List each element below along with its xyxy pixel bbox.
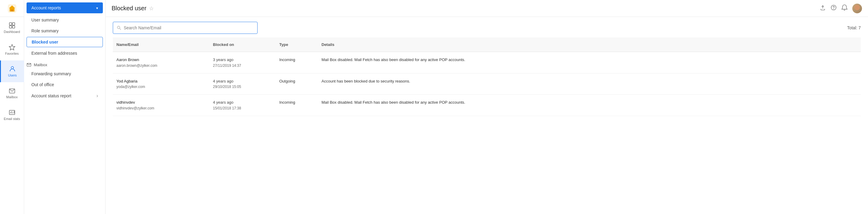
search-icon [117,25,121,30]
table-row: Yod Agbaria yoda@zylker.com 4 years ago … [113,74,861,95]
page-title-area: Blocked user ☆ [112,5,154,12]
table: Name/Email Blocked on Type Details Aaron… [113,37,861,116]
nav-item-dashboard[interactable]: Dashboard [0,17,24,39]
help-icon[interactable] [831,4,837,12]
nav-item-email-stats[interactable]: Email stats [0,104,24,126]
cell-name-email-1: Yod Agbaria yoda@zylker.com [113,75,209,93]
cell-name-email-2: vidhinvdev vidhinvdev@zylker.com [113,96,209,114]
table-row: Aaron Brown aaron.brown@zylker.com 3 yea… [113,52,861,74]
mailbox-icon [9,87,16,94]
cell-blocked-on-0: 3 years ago 27/11/2019 14:37 [209,53,276,72]
nav-item-favorites[interactable]: Favorites [0,39,24,60]
users-icon [9,65,16,72]
svg-rect-6 [12,26,15,28]
content-area: Total: 7 Name/Email Blocked on Type Deta… [105,17,868,214]
email-stats-icon [9,109,16,116]
svg-rect-2 [11,9,13,11]
cell-type-0: Incoming [276,53,318,66]
upload-icon[interactable] [820,4,826,12]
app-logo-icon [7,4,17,13]
table-row: vidhinvdev vidhinvdev@zylker.com 4 years… [113,95,861,116]
sidebar-item-account-status-report[interactable]: Account status report [24,90,105,102]
cell-details-2: Mail Box disabled. Mail Fetch has also b… [318,96,861,109]
page-title: Blocked user [112,5,147,12]
svg-marker-7 [9,45,15,50]
sidebar-item-blocked-user[interactable]: Blocked user [27,37,103,47]
sidebar: Account reports User summary Role summar… [24,0,105,214]
col-header-type: Type [276,41,318,49]
chevron-down-icon [96,5,98,10]
app-logo [0,0,24,17]
nav-item-users[interactable]: Users [0,60,24,82]
cell-name-email-0: Aaron Brown aaron.brown@zylker.com [113,53,209,72]
table-header: Name/Email Blocked on Type Details [113,37,861,52]
cell-details-0: Mail Box disabled. Mail Fetch has also b… [318,53,861,66]
top-bar-actions [820,4,862,13]
sidebar-item-external-from[interactable]: External from addresses [24,48,105,59]
sidebar-section-account-reports[interactable]: Account reports [27,2,103,13]
sidebar-item-forwarding-summary[interactable]: Forwarding summary [24,68,105,79]
search-box[interactable] [113,22,257,34]
dashboard-icon [9,22,16,29]
col-header-blocked-on: Blocked on [209,41,276,49]
sidebar-section-label: Account reports [31,5,61,10]
nav-item-mailbox[interactable]: Mailbox [0,82,24,104]
mailbox-section-icon [27,62,31,67]
col-header-details: Details [318,41,861,49]
chevron-right-icon [96,93,98,99]
favorite-star-icon[interactable]: ☆ [149,5,154,12]
svg-rect-4 [12,23,15,25]
sidebar-item-user-summary[interactable]: User summary [24,15,105,25]
sidebar-item-role-summary[interactable]: Role summary [24,25,105,36]
cell-type-1: Outgoing [276,75,318,88]
cell-details-1: Account has been blocked due to security… [318,75,861,88]
svg-rect-5 [9,26,12,28]
main-content: Blocked user ☆ [105,0,868,214]
favorites-icon [9,44,16,51]
svg-point-18 [117,26,120,28]
svg-point-17 [834,9,834,9]
cell-blocked-on-1: 4 years ago 29/10/2018 15:05 [209,75,276,93]
left-navigation: Dashboard Favorites Users Mailbox [0,0,24,214]
cell-type-2: Incoming [276,96,318,109]
svg-rect-3 [9,23,12,25]
top-bar: Blocked user ☆ [105,0,868,17]
avatar[interactable] [852,4,862,13]
total-count: Total: 7 [847,25,861,30]
svg-line-19 [120,28,121,30]
mailbox-section-label: Mailbox [24,59,105,68]
cell-blocked-on-2: 4 years ago 15/01/2018 17:38 [209,96,276,114]
search-bar-row: Total: 7 [113,22,861,34]
search-input[interactable] [124,25,254,30]
sidebar-item-out-of-office[interactable]: Out of office [24,79,105,90]
notification-icon[interactable] [841,4,847,12]
svg-point-8 [11,66,13,69]
col-header-name-email: Name/Email [113,41,209,49]
